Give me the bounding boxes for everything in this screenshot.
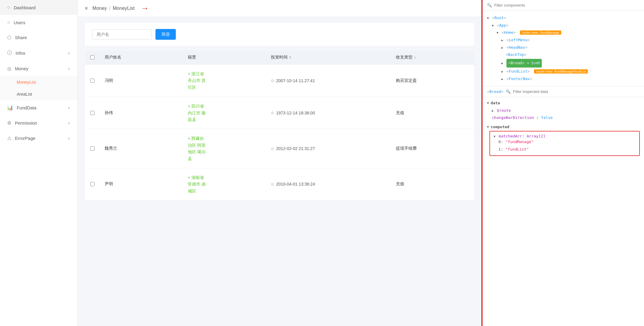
cell-name-4: 尹明 [100, 181, 183, 187]
expand-root[interactable]: ▼ [487, 16, 489, 20]
header-checkbox-cell [85, 55, 100, 60]
data-table: 用户姓名 籍贯 投资时间 ⇅ 收支类型 ∨ 冯明 [85, 50, 474, 200]
sidebar-item-permission[interactable]: ⚙ Permission ∨ [0, 115, 77, 131]
header-time[interactable]: 投资时间 ⇅ [266, 55, 391, 60]
chevron-down-icon-4: ∨ [68, 136, 70, 140]
dashboard-icon: ○ [7, 5, 10, 10]
clock-icon-3: ⊙ [271, 146, 274, 151]
fundlist-route-badge: router-view: /fundManage/fundList [534, 69, 588, 74]
select-all-checkbox[interactable] [90, 55, 94, 59]
route-expand[interactable]: ▶ [492, 109, 494, 112]
data-section-label: data [491, 101, 500, 105]
tree-node-root[interactable]: ▼ <Root> [487, 14, 640, 22]
tree-node-headnav[interactable]: ▶ <HeadNav> [487, 44, 640, 51]
matched-arr-container: ▼ matchedArr: Array[2] 0: "fundManage" 1… [489, 131, 640, 156]
table-row: 尹明 + 湖南省常德市 鼎城区 ⊙ 2010-04-01 13:36:24 充值 [85, 168, 474, 200]
matched-item-1: 1: "fundList" [494, 146, 636, 153]
money-icon: ◎ [7, 66, 11, 71]
data-section-header[interactable]: ▼ data [487, 101, 640, 105]
sidebar-item-share[interactable]: ⬡ Share [0, 30, 77, 45]
tree-node-fundlist[interactable]: ▶ <FundList> router-view: /fundManage/fu… [487, 68, 640, 75]
sidebar-item-moneylist[interactable]: MoneyList [0, 76, 77, 88]
filter-section: 筛选 [85, 23, 474, 46]
sidebar-item-dashboard[interactable]: ○ Dashboard [0, 0, 77, 15]
cell-region-1: + 浙江省舟山市 其它区 [183, 71, 266, 91]
sidebar-item-users[interactable]: ○ Users [0, 15, 77, 30]
filter-components-input[interactable] [494, 3, 640, 7]
expand-home[interactable]: ▼ [497, 31, 498, 34]
cell-type-3: 提现手续费 [391, 146, 474, 151]
row-checkbox-3[interactable] [85, 146, 100, 151]
permission-icon: ⚙ [7, 120, 11, 126]
moneylist-label: MoneyList [17, 80, 36, 85]
row-1-checkbox[interactable] [90, 79, 94, 83]
tree-node-leftmenu[interactable]: ▶ <LeftMenu> [487, 36, 640, 44]
sidebar-item-arealist[interactable]: AreaList [0, 88, 77, 100]
header-region: 籍贯 [183, 55, 266, 60]
sidebar-item-infos[interactable]: ⓘ Infos ∨ [0, 45, 77, 61]
sidebar-item-funddata[interactable]: 📊 FundData ∨ [0, 100, 77, 115]
matched-expand[interactable]: ▼ [494, 135, 495, 138]
sidebar: ○ Dashboard ○ Users ⬡ Share ⓘ Infos ∨ ◎ … [0, 0, 78, 326]
row-3-checkbox[interactable] [90, 146, 94, 151]
breadcrumb-parent[interactable]: Money [92, 6, 107, 11]
cell-type-1: 购买宜定盈 [391, 78, 474, 83]
share-icon: ⬡ [7, 35, 11, 40]
row-checkbox-2[interactable] [85, 111, 100, 115]
data-section-arrow: ▼ [487, 101, 489, 105]
username-filter-input[interactable] [92, 29, 152, 39]
breadcrumb-menu-icon: ≡ [85, 6, 88, 11]
filter-inspected-data-input[interactable] [513, 89, 640, 94]
expand-fundlist[interactable]: ▶ [501, 70, 503, 73]
tree-node-home[interactable]: ▼ <Home> router-view: /fundManage [487, 29, 640, 36]
users-icon: ○ [7, 20, 10, 25]
index-0: 0: [498, 140, 505, 144]
change-bar-key: changeBarDirection [492, 115, 534, 120]
expand-footernav[interactable]: ▶ [501, 77, 503, 81]
dropdown-icon: ∨ [414, 56, 416, 59]
funddata-icon: 📊 [7, 105, 13, 111]
cell-time-4: ⊙ 2010-04-01 13:36:24 [266, 182, 391, 186]
chevron-down-icon-3: ∨ [68, 121, 70, 125]
row-2-checkbox[interactable] [90, 111, 94, 115]
row-checkbox-4[interactable] [85, 182, 100, 186]
cell-name-1: 冯明 [100, 78, 183, 83]
computed-section-label: computed [491, 125, 509, 129]
sidebar-label-funddata: FundData [17, 105, 36, 110]
computed-section-header[interactable]: ▼ computed [487, 125, 640, 129]
matched-arr-header[interactable]: ▼ matchedArr: Array[2] [494, 134, 636, 138]
row-checkbox-1[interactable] [85, 79, 100, 83]
matched-item-0: 0: "fundManage" [494, 138, 636, 146]
cell-region-2: + 四川省内江市 隆昌县 [183, 103, 266, 123]
computed-section-arrow: ▼ [487, 125, 489, 128]
row-4-checkbox[interactable] [90, 182, 94, 186]
tree-node-app[interactable]: ▼ <App> [487, 22, 640, 29]
sidebar-item-money[interactable]: ◎ Money ∧ [0, 61, 77, 76]
expand-bread[interactable]: ▶ [501, 62, 503, 65]
bread-selected-node[interactable]: <Bread> = $vm0 [506, 59, 542, 68]
filter-button[interactable]: 筛选 [155, 29, 176, 40]
matched-arr-label: matchedArr: Array[2] [499, 134, 546, 138]
chevron-up-icon: ∧ [68, 67, 70, 71]
change-bar-prop: changeBarDirection : false [487, 114, 640, 121]
inspector-header: <Bread> 🔍 [483, 86, 644, 97]
route-prop[interactable]: ▶ $route [487, 107, 640, 114]
cell-time-3: ⊙ 2012-02-02 21:31:27 [266, 146, 391, 151]
sidebar-item-errorpage[interactable]: ⚠ ErrorPage ∨ [0, 131, 77, 146]
tree-node-footernav[interactable]: ▶ <FooterNav> [487, 75, 640, 83]
sidebar-label-dashboard: Dashboard [14, 5, 36, 10]
sidebar-label-errorpage: ErrorPage [15, 136, 35, 141]
expand-app[interactable]: ▼ [492, 24, 494, 27]
tree-node-bread[interactable]: ▶ <Bread> = $vm0 [487, 59, 640, 68]
cell-name-2: 孙伟 [100, 110, 183, 116]
expand-headnav[interactable]: ▶ [501, 46, 503, 49]
component-tree: ▼ <Root> ▼ <App> ▼ <Home> router-view: /… [483, 11, 644, 86]
change-bar-value: false [541, 115, 553, 120]
arrow-right-indicator: → [141, 4, 149, 13]
header-type[interactable]: 收支类型 ∨ [391, 55, 474, 60]
expand-leftmenu[interactable]: ▶ [501, 39, 503, 42]
tree-node-backtop[interactable]: <BackTop> [487, 51, 640, 59]
value-1: "fundList" [505, 147, 529, 151]
route-key: $route [497, 108, 511, 113]
cell-time-1: ⊙ 2007-10-14 11:27:41 [266, 78, 391, 83]
